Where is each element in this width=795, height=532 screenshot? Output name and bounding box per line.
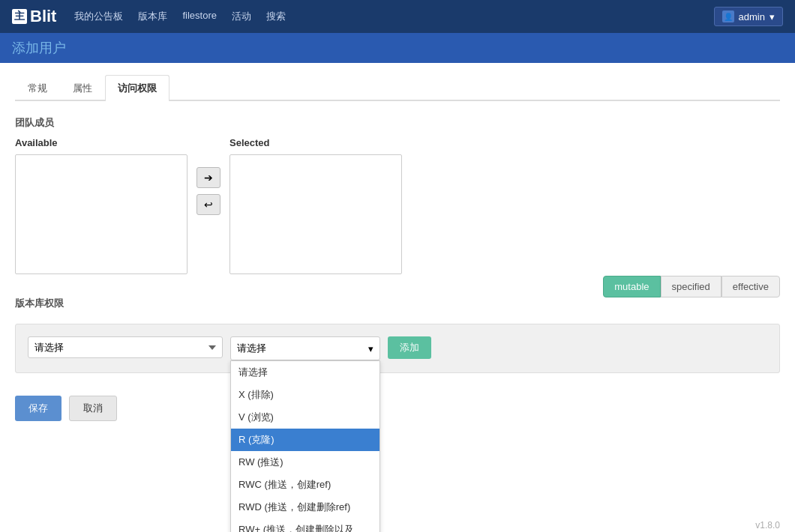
selected-box: Selected [230,137,402,274]
team-section-title: 团队成员 [15,116,780,130]
perm-container: 请选择 请选择 ▾ 请选择 X (排除) V (浏览) R (克隆) RW (推… [15,324,780,373]
level-option-6[interactable]: RWD (推送，创建删除ref) [231,496,380,519]
version-footer: v1.8.0 [0,513,795,532]
perm-btn-mutable[interactable]: mutable [603,276,660,297]
team-transfer: Available ➔ ↩ Selected [15,137,780,274]
cancel-button[interactable]: 取消 [69,396,117,421]
user-dropdown-icon: ▾ [770,11,775,22]
level-dropdown-value: 请选择 [237,342,266,355]
page-header: 添加用户 [0,33,795,63]
page-title: 添加用户 [12,39,783,57]
nav-activity[interactable]: 活动 [232,7,251,26]
team-section: 团队成员 Available ➔ ↩ Selected [15,116,780,274]
level-dropdown: 请选择 ▾ 请选择 X (排除) V (浏览) R (克隆) RW (推送) R… [230,336,380,360]
brand-text: Blit [30,7,56,26]
level-dropdown-menu: 请选择 X (排除) V (浏览) R (克隆) RW (推送) RWC (推送… [230,360,380,532]
nav-search[interactable]: 搜索 [266,7,286,26]
footer-buttons: 保存 取消 [15,396,780,421]
move-right-button[interactable]: ➔ [196,167,220,188]
selected-listbox[interactable] [230,154,402,274]
tab-properties[interactable]: 属性 [60,75,105,101]
tabs: 常规 属性 访问权限 [15,75,780,101]
nav-repo[interactable]: 版本库 [138,7,167,26]
save-button[interactable]: 保存 [15,396,62,421]
level-option-3[interactable]: R (克隆) [231,429,380,451]
page-title-prefix: 添加 [12,40,39,55]
nav-filestore[interactable]: filestore [182,7,217,26]
repo-section-title: 版本库权限 [15,297,64,310]
user-avatar-icon: 👤 [722,10,734,22]
brand[interactable]: 主 Blit [12,7,56,26]
level-option-4[interactable]: RW (推送) [231,451,380,474]
add-permission-button[interactable]: 添加 [388,336,431,359]
level-dropdown-trigger[interactable]: 请选择 ▾ [230,336,380,360]
move-left-button[interactable]: ↩ [196,194,220,215]
level-option-7[interactable]: RW+ (推送，创建删除以及rewind ref) [231,519,380,532]
nav-my-board[interactable]: 我的公告板 [74,7,123,26]
level-option-5[interactable]: RWC (推送，创建ref) [231,474,380,496]
user-name: admin [739,11,765,22]
level-option-0[interactable]: 请选择 [231,361,380,384]
available-box: Available [15,137,188,274]
repo-section: 版本库权限 mutable specified effective 请选择 请选… [15,297,780,373]
tab-access[interactable]: 访问权限 [105,75,170,101]
level-option-2[interactable]: V (浏览) [231,406,380,429]
level-option-1[interactable]: X (排除) [231,384,380,406]
perm-row: 请选择 请选择 ▾ 请选择 X (排除) V (浏览) R (克隆) RW (推… [28,336,767,360]
perm-btn-specified[interactable]: specified [661,276,722,297]
available-listbox[interactable] [15,154,188,274]
nav-links: 我的公告板 版本库 filestore 活动 搜索 [74,7,713,26]
transfer-buttons: ➔ ↩ [196,167,220,215]
available-label: Available [15,137,58,148]
selected-label: Selected [230,137,269,148]
navbar: 主 Blit 我的公告板 版本库 filestore 活动 搜索 👤 admin… [0,0,795,33]
perm-btn-effective[interactable]: effective [722,276,780,297]
perm-toggle: mutable specified effective [603,276,780,297]
version-text: v1.8.0 [755,520,780,531]
level-dropdown-arrow-icon: ▾ [368,343,374,354]
content: 常规 属性 访问权限 团队成员 Available ➔ ↩ Selected 版… [0,63,795,513]
repo-select[interactable]: 请选择 [28,336,223,358]
brand-icon: 主 [12,9,27,24]
page-title-highlight: 用户 [39,40,66,55]
user-menu[interactable]: 👤 admin ▾ [714,7,783,26]
tab-general[interactable]: 常规 [15,75,60,101]
